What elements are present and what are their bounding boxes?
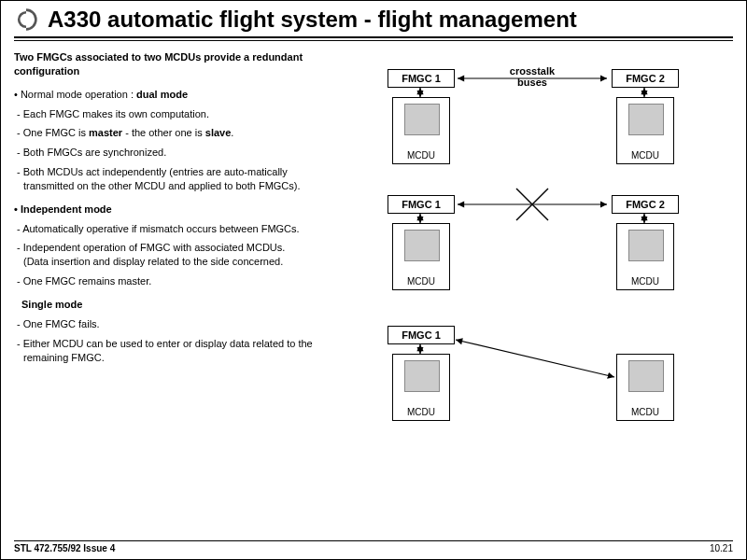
footer-doc-ref: STL 472.755/92 Issue 4 [14,543,115,553]
independent-mode-item: One FMGC remains master. [14,274,331,288]
mcdu-box: MCDU [392,97,450,164]
mcdu-screen-icon [404,230,440,261]
fmgc-diagram: FMGC 1 FMGC 2 crosstalk buses MCDU MCDU … [331,50,724,498]
fmgc2-box: FMGC 2 [612,195,679,214]
normal-mode-item: One FMGC is master - the other one is sl… [14,126,331,140]
single-mode-item: Either MCDU can be used to enter or disp… [14,337,331,365]
independent-mode-item: Independent operation of FMGC with assoc… [14,241,331,269]
mcdu-screen-icon [628,104,664,135]
single-mode-heading: Single mode [14,298,331,312]
lead-paragraph: Two FMGCs associated to two MCDUs provid… [14,50,331,78]
svg-line-9 [456,340,614,377]
mcdu-screen-icon [628,230,664,261]
independent-mode-item: Automatically operative if mismatch occu… [14,222,331,236]
normal-mode-item: Both MCDUs act independently (entries ar… [14,165,331,193]
svg-line-4 [516,189,548,220]
fmgc1-box: FMGC 1 [388,326,455,344]
independent-mode-heading: • Independent mode [14,203,331,217]
mcdu-box: MCDU [616,223,674,290]
mcdu-box: MCDU [616,97,674,164]
mcdu-box: MCDU [616,354,674,421]
mcdu-box: MCDU [392,354,450,421]
normal-mode-item: Both FMGCs are synchronized. [14,146,331,160]
text-column: Two FMGCs associated to two MCDUs provid… [14,50,331,370]
mcdu-box: MCDU [392,223,450,290]
mcdu-screen-icon [404,360,440,392]
page-footer: STL 472.755/92 Issue 4 10.21 [14,540,733,553]
fmgc1-box: FMGC 1 [388,195,455,214]
airbus-logo-icon [14,7,38,32]
normal-mode-heading: • Normal mode operation : dual mode [14,88,331,102]
fmgc1-box: FMGC 1 [388,69,455,88]
mcdu-screen-icon [628,360,664,392]
header-divider [14,36,733,41]
page-title: A330 automatic flight system - flight ma… [48,7,577,33]
normal-mode-item: Each FMGC makes its own computation. [14,107,331,121]
mcdu-screen-icon [404,104,440,135]
fmgc2-box: FMGC 2 [612,69,679,88]
crosstalk-label: crosstalk buses [486,65,579,88]
single-mode-item: One FMGC fails. [14,317,331,331]
footer-page-number: 10.21 [710,543,733,553]
svg-line-5 [516,189,548,220]
